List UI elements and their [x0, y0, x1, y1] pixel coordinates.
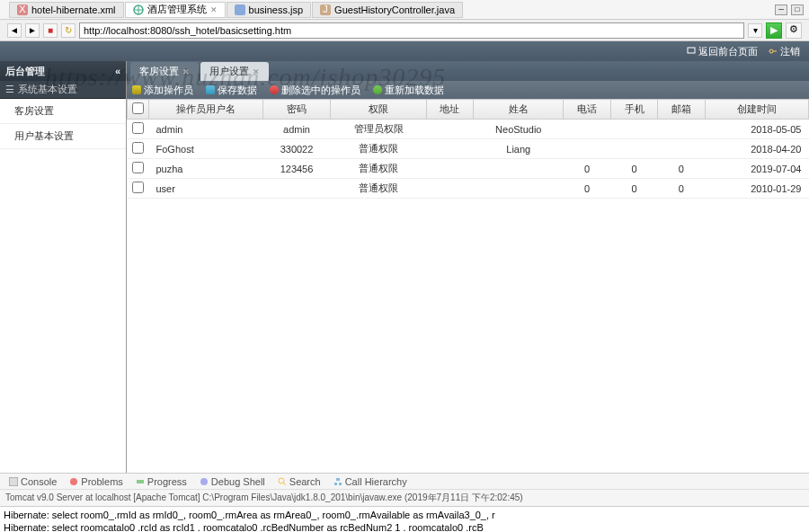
table-row[interactable]: puzha123456普通权限0002019-07-04 [128, 159, 809, 179]
cell-email: 0 [658, 159, 705, 179]
select-all-header[interactable] [128, 100, 149, 120]
row-checkbox[interactable] [132, 122, 144, 134]
dropdown-button[interactable]: ▾ [748, 23, 762, 38]
data-grid: 操作员用户名 密码 权限 地址 姓名 电话 手机 邮箱 创建时间 adminad… [127, 99, 809, 473]
cell-pwd: admin [262, 120, 331, 139]
table-row[interactable]: adminadmin管理员权限NeoStudio2018-05-05 [128, 120, 809, 139]
tab-label: 酒店管理系统 [147, 3, 207, 16]
table-row[interactable]: FoGhost330022普通权限Liang2018-04-20 [128, 139, 809, 159]
svg-rect-8 [9, 477, 18, 486]
col-mobile[interactable]: 手机 [610, 100, 657, 120]
select-all-checkbox[interactable] [132, 102, 144, 114]
col-password[interactable]: 密码 [262, 100, 331, 120]
sidebar-item-user[interactable]: 用户基本设置 [0, 124, 126, 149]
editor-tab-jsp[interactable]: business.jsp [227, 2, 312, 18]
tab-problems[interactable]: Problems [64, 475, 128, 488]
close-icon[interactable]: ✕ [253, 67, 260, 76]
cell-addr [426, 120, 473, 139]
svg-point-7 [769, 49, 773, 53]
screen-icon [687, 47, 696, 56]
col-created[interactable]: 创建时间 [705, 100, 808, 120]
cell-perm: 普通权限 [331, 159, 426, 179]
xml-icon: X [17, 4, 28, 15]
cell-user: FoGhost [149, 139, 263, 159]
cell-addr [426, 159, 473, 179]
close-icon[interactable]: ✕ [210, 5, 218, 14]
logout-link[interactable]: 注销 [769, 45, 800, 58]
tab-user-settings[interactable]: 用户设置 ✕ [200, 62, 269, 81]
search-icon [278, 477, 287, 486]
tab-debug-shell[interactable]: Debug Shell [194, 475, 271, 488]
col-permission[interactable]: 权限 [331, 100, 426, 120]
window-controls: ─ □ [775, 4, 809, 15]
editor-tab-xml[interactable]: X hotel-hibernate.xml [9, 2, 124, 18]
cell-created: 2019-07-04 [705, 159, 808, 179]
sidebar-header: 后台管理 « [0, 61, 126, 81]
svg-point-9 [70, 478, 77, 485]
cell-email [658, 120, 705, 139]
disk-icon [206, 85, 215, 94]
server-status-line: Tomcat v9.0 Server at localhost [Apache … [0, 489, 809, 506]
svg-rect-14 [334, 483, 337, 485]
svg-rect-13 [336, 478, 340, 481]
tab-search[interactable]: Search [272, 475, 326, 488]
col-email[interactable]: 邮箱 [658, 100, 705, 120]
cell-user: puzha [149, 159, 263, 179]
editor-tab-web[interactable]: 酒店管理系统 ✕ [125, 2, 226, 18]
editor-tab-bar: X hotel-hibernate.xml 酒店管理系统 ✕ business.… [0, 0, 809, 20]
tab-call-hierarchy[interactable]: Call Hierarchy [328, 475, 413, 488]
close-icon[interactable]: ✕ [182, 67, 190, 76]
problems-icon [69, 477, 78, 486]
col-address[interactable]: 地址 [426, 100, 473, 120]
tab-console[interactable]: Console [4, 475, 62, 488]
back-button[interactable]: ◄ [7, 23, 22, 38]
row-checkbox[interactable] [132, 162, 144, 173]
sidebar-section[interactable]: ☰ 系统基本设置 [0, 81, 126, 99]
maximize-button[interactable]: □ [791, 4, 804, 15]
main-area: 后台管理 « ☰ 系统基本设置 客房设置 用户基本设置 客房设置 ✕ 用户设置 … [0, 61, 809, 473]
sidebar-item-room[interactable]: 客房设置 [0, 99, 126, 124]
editor-tab-java[interactable]: J GuestHistoryController.java [312, 2, 463, 18]
col-username[interactable]: 操作员用户名 [149, 100, 263, 120]
content-tab-bar: 客房设置 ✕ 用户设置 ✕ [127, 61, 809, 81]
browser-url-bar: ◄ ► ■ ↻ ▾ ▶ ⚙ [0, 20, 809, 41]
tab-label: hotel-hibernate.xml [31, 4, 116, 15]
browser-settings-button[interactable]: ⚙ [786, 22, 802, 39]
col-name[interactable]: 姓名 [474, 100, 564, 120]
back-to-front-link[interactable]: 返回前台页面 [687, 45, 758, 58]
reload-button[interactable]: 重新加载数据 [373, 84, 444, 97]
svg-rect-15 [339, 483, 342, 485]
cell-user: user [149, 179, 263, 199]
grid-header-row: 操作员用户名 密码 权限 地址 姓名 电话 手机 邮箱 创建时间 [128, 100, 809, 120]
cell-tel: 0 [564, 159, 610, 179]
row-checkbox[interactable] [132, 182, 144, 193]
cell-addr [426, 179, 473, 199]
stop-button[interactable]: ■ [43, 23, 58, 38]
table-row[interactable]: user普通权限0002010-01-29 [128, 179, 809, 199]
go-button[interactable]: ▶ [766, 22, 782, 39]
row-checkbox[interactable] [132, 142, 144, 154]
cell-name: NeoStudio [474, 120, 564, 139]
col-phone[interactable]: 电话 [564, 100, 610, 120]
console-icon [9, 477, 18, 486]
forward-button[interactable]: ► [25, 23, 40, 38]
collapse-icon[interactable]: « [115, 66, 120, 76]
cell-addr [426, 139, 473, 159]
tab-progress[interactable]: Progress [130, 475, 192, 488]
url-input[interactable] [79, 22, 744, 39]
grid-toolbar: 添加操作员 保存数据 删除选中的操作员 重新加载数据 [127, 81, 809, 99]
cell-mobile [610, 139, 657, 159]
cell-name [474, 179, 564, 199]
app-header: 返回前台页面 注销 [0, 41, 809, 61]
save-button[interactable]: 保存数据 [206, 84, 257, 97]
cell-tel [564, 139, 610, 159]
java-icon: J [320, 4, 331, 15]
hierarchy-icon [333, 477, 342, 486]
add-operator-button[interactable]: 添加操作员 [132, 84, 193, 97]
tab-room-settings[interactable]: 客房设置 ✕ [130, 62, 199, 81]
minimize-button[interactable]: ─ [775, 4, 787, 15]
delete-button[interactable]: 删除选中的操作员 [270, 84, 360, 97]
debug-icon [200, 477, 209, 486]
cell-name: Liang [474, 139, 564, 159]
refresh-button[interactable]: ↻ [61, 23, 76, 38]
